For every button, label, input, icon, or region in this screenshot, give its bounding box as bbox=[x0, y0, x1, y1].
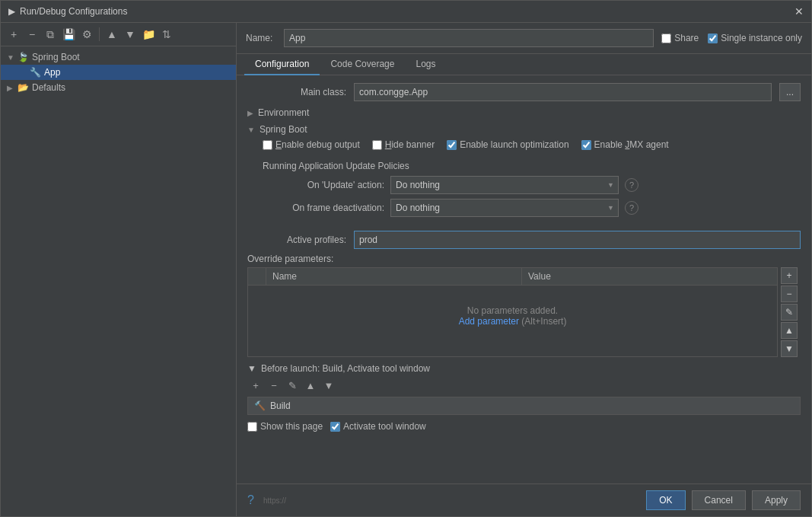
spring-boot-arrow-icon: ▼ bbox=[247, 126, 255, 134]
launch-remove-button[interactable]: − bbox=[266, 377, 282, 394]
on-frame-select[interactable]: Do nothing Update resources Update class… bbox=[390, 199, 619, 217]
app-label: App bbox=[44, 67, 60, 78]
environment-section: ▶ Environment bbox=[247, 107, 801, 118]
enable-jmx-agent-checkbox[interactable] bbox=[581, 140, 591, 150]
main-content: + − ⧉ 💾 ⚙ ▲ ▼ 📁 ⇅ ▼ 🍃 Spring Boot bbox=[1, 23, 811, 516]
single-instance-checkbox-label[interactable]: Single instance only bbox=[708, 33, 802, 43]
hide-banner-text: Hide banner bbox=[385, 139, 435, 150]
close-button[interactable]: ✕ bbox=[794, 5, 804, 18]
params-col-name-header: Name bbox=[266, 268, 522, 285]
enable-launch-optimization-label[interactable]: Enable launch optimization bbox=[447, 139, 568, 150]
on-update-select-wrapper: Do nothing Update resources Update class… bbox=[390, 176, 619, 194]
params-add-button[interactable]: + bbox=[781, 267, 798, 284]
spring-boot-label: Spring Boot bbox=[32, 52, 80, 62]
environment-label: Environment bbox=[258, 107, 309, 118]
tab-logs[interactable]: Logs bbox=[405, 54, 446, 75]
build-icon: 🔨 bbox=[254, 401, 266, 411]
tree-group-defaults[interactable]: ▶ 📂 Defaults bbox=[1, 80, 236, 95]
params-edit-button[interactable]: ✎ bbox=[781, 304, 798, 321]
spring-boot-section-header[interactable]: ▼ Spring Boot bbox=[247, 124, 801, 135]
tree-item-app[interactable]: 🔧 App bbox=[1, 65, 236, 80]
activate-tool-window-checkbox[interactable] bbox=[330, 422, 340, 432]
params-table-container: Name Value No parameters added. Add para… bbox=[247, 267, 801, 357]
add-config-button[interactable]: + bbox=[5, 26, 22, 43]
expand-defaults-icon: ▶ bbox=[7, 84, 14, 92]
main-class-input[interactable] bbox=[354, 83, 772, 101]
cancel-button[interactable]: Cancel bbox=[692, 490, 746, 510]
move-down-button[interactable]: ▼ bbox=[122, 26, 139, 43]
active-profiles-label: Active profiles: bbox=[247, 235, 346, 245]
ok-button[interactable]: OK bbox=[646, 490, 685, 510]
spring-boot-checkboxes: Enable debug output Hide banner Enable l… bbox=[263, 139, 801, 150]
content-area: Main class: ... ▶ Environment ▼ Spring B… bbox=[237, 75, 811, 483]
enable-jmx-agent-label[interactable]: Enable JMX agent bbox=[581, 139, 669, 150]
environment-arrow-icon: ▶ bbox=[247, 109, 253, 117]
settings-button[interactable]: ⚙ bbox=[78, 26, 95, 43]
on-update-row: On 'Update' action: Do nothing Update re… bbox=[263, 176, 801, 194]
hide-banner-checkbox[interactable] bbox=[372, 140, 382, 150]
bottom-left: ? https:// bbox=[247, 493, 286, 507]
browse-button[interactable]: ... bbox=[779, 83, 801, 101]
enable-launch-optimization-checkbox[interactable] bbox=[447, 140, 457, 150]
policy-title: Running Application Update Policies bbox=[263, 161, 801, 171]
bottom-checkboxes-row: Show this page Activate tool window bbox=[247, 421, 801, 432]
activate-tool-window-label[interactable]: Activate tool window bbox=[330, 421, 426, 432]
policy-section: Running Application Update Policies On '… bbox=[263, 156, 801, 226]
folder-button[interactable]: 📁 bbox=[140, 26, 157, 43]
remove-config-button[interactable]: − bbox=[24, 26, 40, 43]
on-update-select[interactable]: Do nothing Update resources Update class… bbox=[390, 176, 619, 194]
share-checkbox[interactable] bbox=[661, 34, 671, 43]
add-param-link[interactable]: Add parameter (Alt+Insert) bbox=[459, 316, 567, 327]
active-profiles-input[interactable] bbox=[354, 231, 801, 249]
tab-code-coverage[interactable]: Code Coverage bbox=[320, 54, 405, 75]
spring-boot-section-label: Spring Boot bbox=[260, 124, 307, 135]
launch-add-button[interactable]: + bbox=[247, 377, 264, 394]
apply-button[interactable]: Apply bbox=[752, 490, 801, 510]
dialog-title: ▶ Run/Debug Configurations bbox=[8, 6, 127, 17]
params-down-button[interactable]: ▼ bbox=[781, 340, 798, 357]
on-frame-select-wrapper: Do nothing Update resources Update class… bbox=[390, 199, 619, 217]
before-launch-header[interactable]: ▼ Before launch: Build, Activate tool wi… bbox=[247, 363, 801, 374]
launch-up-button[interactable]: ▲ bbox=[302, 377, 319, 394]
single-instance-label-text: Single instance only bbox=[721, 33, 802, 43]
main-class-row: Main class: ... bbox=[247, 83, 801, 101]
sort-button[interactable]: ⇅ bbox=[158, 26, 175, 43]
run-icon: ▶ bbox=[8, 6, 15, 17]
left-panel: + − ⧉ 💾 ⚙ ▲ ▼ 📁 ⇅ ▼ 🍃 Spring Boot bbox=[1, 23, 237, 516]
add-param-anchor[interactable]: Add parameter bbox=[459, 316, 519, 327]
name-input[interactable] bbox=[284, 29, 654, 47]
defaults-label: Defaults bbox=[32, 82, 65, 93]
params-table-header: Name Value bbox=[248, 268, 777, 286]
launch-edit-button[interactable]: ✎ bbox=[284, 377, 301, 394]
enable-debug-output-checkbox[interactable] bbox=[263, 140, 272, 150]
params-col-check-header bbox=[248, 268, 266, 285]
help-icon[interactable]: ? bbox=[247, 493, 254, 507]
activate-tool-window-text: Activate tool window bbox=[343, 421, 426, 432]
launch-down-button[interactable]: ▼ bbox=[320, 377, 337, 394]
enable-debug-output-label[interactable]: Enable debug output bbox=[263, 139, 360, 150]
on-update-help-icon[interactable]: ? bbox=[625, 178, 638, 192]
on-frame-row: On frame deactivation: Do nothing Update… bbox=[263, 199, 801, 217]
tree-group-spring-boot[interactable]: ▼ 🍃 Spring Boot bbox=[1, 49, 236, 65]
on-frame-help-icon[interactable]: ? bbox=[625, 201, 638, 215]
launch-toolbar: + − ✎ ▲ ▼ bbox=[247, 377, 801, 394]
single-instance-checkbox[interactable] bbox=[708, 34, 718, 43]
save-config-button[interactable]: 💾 bbox=[60, 26, 77, 43]
watermark: https:// bbox=[263, 496, 286, 505]
params-remove-button[interactable]: − bbox=[781, 286, 798, 302]
tab-configuration[interactable]: Configuration bbox=[244, 54, 320, 75]
launch-list-item-build[interactable]: 🔨 Build bbox=[248, 397, 800, 414]
share-area: Share Single instance only bbox=[661, 33, 802, 43]
show-this-page-checkbox[interactable] bbox=[247, 422, 257, 432]
on-frame-label: On frame deactivation: bbox=[263, 203, 384, 213]
environment-header[interactable]: ▶ Environment bbox=[247, 107, 801, 118]
hide-banner-label[interactable]: Hide banner bbox=[372, 139, 435, 150]
active-profiles-row: Active profiles: bbox=[247, 231, 801, 249]
show-this-page-label[interactable]: Show this page bbox=[247, 421, 323, 432]
copy-config-button[interactable]: ⧉ bbox=[42, 26, 59, 43]
share-checkbox-label[interactable]: Share bbox=[661, 33, 699, 43]
move-up-button[interactable]: ▲ bbox=[103, 26, 120, 43]
params-up-button[interactable]: ▲ bbox=[781, 322, 798, 339]
params-table: Name Value No parameters added. Add para… bbox=[247, 267, 778, 357]
bottom-right: OK Cancel Apply bbox=[646, 490, 801, 510]
